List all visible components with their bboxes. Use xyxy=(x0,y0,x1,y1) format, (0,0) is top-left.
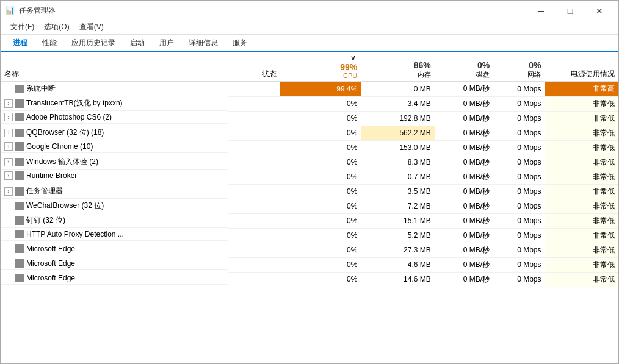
title-left: 📊 任务管理器 xyxy=(5,5,56,16)
process-memory-cell: 8.3 MB xyxy=(361,155,434,170)
process-power-cell: 非常低 xyxy=(545,228,618,243)
process-power-cell: 非常低 xyxy=(545,243,618,257)
window-title: 任务管理器 xyxy=(19,5,56,16)
process-name-cell: 钉钉 (32 位) xyxy=(1,213,228,228)
close-button[interactable]: ✕ xyxy=(585,4,614,18)
minimize-button[interactable]: ─ xyxy=(527,4,555,18)
process-name-cell: Microsoft Edge xyxy=(1,272,228,285)
process-name-label: Microsoft Edge xyxy=(26,274,75,282)
process-name-label: 任务管理器 xyxy=(26,186,63,196)
process-icon xyxy=(15,85,24,93)
app-icon: 📊 xyxy=(5,6,15,16)
tab-services[interactable]: 服务 xyxy=(225,35,255,52)
process-table-container[interactable]: 名称 状态 ∨ 99% CPU 86% xyxy=(1,52,618,287)
table-row[interactable]: ›任务管理器0%3.5 MB0 MB/秒0 Mbps非常低 xyxy=(1,184,618,199)
process-memory-cell: 14.6 MB xyxy=(361,272,434,287)
table-row[interactable]: Microsoft Edge0%27.3 MB0 MB/秒0 Mbps非常低 xyxy=(1,243,618,257)
process-power-cell: 非常低 xyxy=(545,140,618,155)
table-row[interactable]: ›QQBrowser (32 位) (18)0%562.2 MB0 MB/秒0 … xyxy=(1,126,618,140)
process-status-cell xyxy=(228,257,280,272)
expand-button[interactable]: › xyxy=(4,158,13,166)
table-row[interactable]: WeChatBrowser (32 位)0%7.2 MB0 MB/秒0 Mbps… xyxy=(1,199,618,213)
table-header-row: 名称 状态 ∨ 99% CPU 86% xyxy=(1,52,618,82)
expand-button[interactable]: › xyxy=(4,171,13,180)
process-status-cell xyxy=(228,140,280,155)
col-header-memory[interactable]: 86% 内存 xyxy=(361,52,434,82)
table-row[interactable]: ›Google Chrome (10)0%153.0 MB0 MB/秒0 Mbp… xyxy=(1,140,618,155)
process-network-cell: 0 Mbps xyxy=(493,126,545,140)
menu-file[interactable]: 文件(F) xyxy=(5,21,39,34)
process-memory-cell: 3.5 MB xyxy=(361,184,434,199)
process-memory-cell: 0.7 MB xyxy=(361,170,434,184)
process-power-cell: 非常低 xyxy=(545,184,618,199)
process-name-label: Adobe Photoshop CS6 (2) xyxy=(26,113,112,121)
process-name-cell: WeChatBrowser (32 位) xyxy=(1,199,228,213)
process-name-label: Windows 输入体验 (2) xyxy=(26,157,98,167)
process-disk-cell: 0 MB/秒 xyxy=(435,96,493,111)
table-row[interactable]: ›Adobe Photoshop CS6 (2)0%192.8 MB0 MB/秒… xyxy=(1,111,618,126)
process-cpu-cell: 0% xyxy=(280,140,361,155)
process-cpu-cell: 0% xyxy=(280,170,361,184)
col-header-network[interactable]: 0% 网络 xyxy=(493,52,545,82)
process-name-cell: ›QQBrowser (32 位) (18) xyxy=(1,126,228,140)
col-header-power[interactable]: 电源使用情况 xyxy=(545,52,618,82)
expand-button[interactable]: › xyxy=(4,113,13,121)
table-row[interactable]: 系统中断99.4%0 MB0 MB/秒0 Mbps非常高 xyxy=(1,82,618,97)
process-disk-cell: 0 MB/秒 xyxy=(435,213,493,228)
menu-view[interactable]: 查看(V) xyxy=(74,21,109,34)
content-area: 名称 状态 ∨ 99% CPU 86% xyxy=(1,52,618,363)
expand-button[interactable]: › xyxy=(4,187,13,196)
tab-users[interactable]: 用户 xyxy=(152,35,181,52)
process-name-cell: ›Google Chrome (10) xyxy=(1,140,228,153)
menu-options[interactable]: 选项(O) xyxy=(39,21,74,34)
process-icon xyxy=(15,158,24,166)
process-cpu-cell: 0% xyxy=(280,199,361,213)
process-icon xyxy=(15,187,24,196)
col-header-name[interactable]: 名称 xyxy=(1,52,228,82)
process-icon xyxy=(15,274,24,282)
title-bar: 📊 任务管理器 ─ □ ✕ xyxy=(1,1,618,20)
process-name-label: Microsoft Edge xyxy=(26,259,75,268)
expand-button[interactable]: › xyxy=(4,142,13,151)
table-row[interactable]: Microsoft Edge0%4.6 MB0 MB/秒0 Mbps非常低 xyxy=(1,257,618,272)
process-name-cell: 系统中断 xyxy=(1,82,228,96)
process-icon xyxy=(15,113,24,121)
tab-startup[interactable]: 启动 xyxy=(123,35,152,52)
table-row[interactable]: HTTP Auto Proxy Detection ...0%5.2 MB0 M… xyxy=(1,228,618,243)
tab-app-history[interactable]: 应用历史记录 xyxy=(64,35,123,52)
table-wrapper: 名称 状态 ∨ 99% CPU 86% xyxy=(1,52,618,363)
table-row[interactable]: ›Runtime Broker0%0.7 MB0 MB/秒0 Mbps非常低 xyxy=(1,170,618,184)
process-icon xyxy=(15,244,24,253)
table-row[interactable]: ›Windows 输入体验 (2)0%8.3 MB0 MB/秒0 Mbps非常低 xyxy=(1,155,618,170)
process-name-label: 系统中断 xyxy=(26,84,56,94)
process-disk-cell: 0 MB/秒 xyxy=(435,111,493,126)
process-power-cell: 非常低 xyxy=(545,111,618,126)
process-memory-cell: 4.6 MB xyxy=(361,257,434,272)
table-row[interactable]: 钉钉 (32 位)0%15.1 MB0 MB/秒0 Mbps非常低 xyxy=(1,213,618,228)
expand-button[interactable]: › xyxy=(4,129,13,137)
process-name-label: QQBrowser (32 位) (18) xyxy=(26,127,104,138)
process-icon xyxy=(15,216,24,225)
process-name-cell: ›Adobe Photoshop CS6 (2) xyxy=(1,111,228,124)
process-disk-cell: 0 MB/秒 xyxy=(435,155,493,170)
col-header-cpu[interactable]: ∨ 99% CPU xyxy=(280,52,361,82)
table-row[interactable]: Microsoft Edge0%14.6 MB0 MB/秒0 Mbps非常低 xyxy=(1,272,618,287)
tab-details[interactable]: 详细信息 xyxy=(181,35,225,52)
process-disk-cell: 0 MB/秒 xyxy=(435,272,493,287)
table-row[interactable]: ›TranslucentTB(汉化 by tpxxn)0%3.4 MB0 MB/… xyxy=(1,96,618,111)
process-cpu-cell: 0% xyxy=(280,96,361,111)
expand-button[interactable]: › xyxy=(4,99,13,108)
process-memory-cell: 3.4 MB xyxy=(361,96,434,111)
process-status-cell xyxy=(228,126,280,140)
tab-processes[interactable]: 进程 xyxy=(5,35,35,52)
process-icon xyxy=(15,171,24,180)
tab-bar: 进程 性能 应用历史记录 启动 用户 详细信息 服务 xyxy=(1,35,618,52)
process-disk-cell: 0 MB/秒 xyxy=(435,184,493,199)
process-table: 名称 状态 ∨ 99% CPU 86% xyxy=(1,52,618,287)
maximize-button[interactable]: □ xyxy=(556,4,584,18)
col-header-disk[interactable]: 0% 磁盘 xyxy=(435,52,493,82)
col-header-status[interactable]: 状态 xyxy=(228,52,280,82)
title-controls: ─ □ ✕ xyxy=(527,4,614,18)
tab-performance[interactable]: 性能 xyxy=(35,35,64,52)
process-icon xyxy=(15,202,24,210)
